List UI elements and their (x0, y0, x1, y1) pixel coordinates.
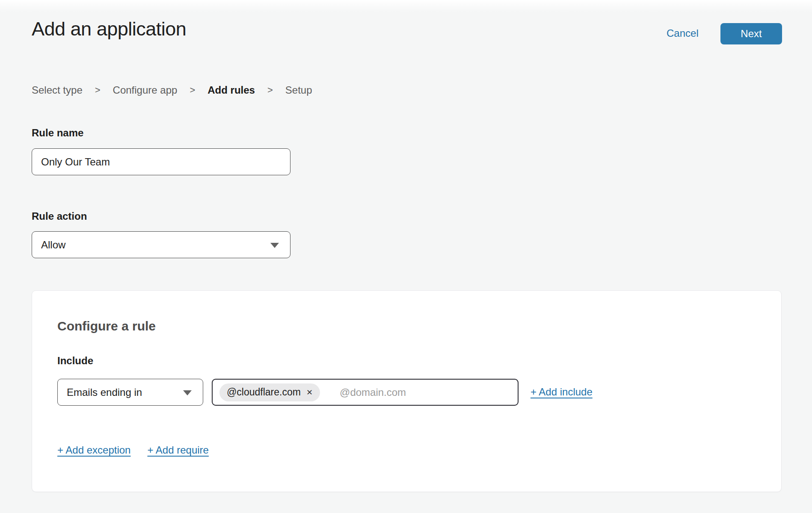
email-domain-tag: @cloudflare.com ✕ (219, 383, 320, 401)
breadcrumb-step-setup[interactable]: Setup (285, 84, 312, 96)
caret-down-icon (270, 243, 279, 248)
cancel-button[interactable]: Cancel (667, 27, 699, 39)
add-exception-link[interactable]: + Add exception (57, 444, 130, 456)
email-domain-tag-label: @cloudflare.com (227, 386, 301, 398)
breadcrumb-separator: > (267, 85, 273, 96)
breadcrumb-step-select-type[interactable]: Select type (32, 84, 83, 96)
top-strip (0, 0, 812, 12)
breadcrumb-step-configure-app[interactable]: Configure app (113, 84, 178, 96)
add-require-link[interactable]: + Add require (147, 444, 208, 456)
configure-rule-card: Configure a rule Include Emails ending i… (32, 290, 782, 492)
breadcrumb: Select type > Configure app > Add rules … (32, 84, 312, 96)
rule-name-label: Rule name (32, 127, 83, 139)
rule-card-bottom-links: + Add exception + Add require (57, 444, 209, 456)
include-selector-value: Emails ending in (67, 386, 142, 398)
remove-tag-icon[interactable]: ✕ (306, 389, 313, 396)
include-selector-select[interactable]: Emails ending in (57, 379, 203, 406)
rule-name-input[interactable] (32, 148, 290, 175)
caret-down-icon (183, 390, 192, 395)
rule-action-selected-value: Allow (41, 239, 65, 251)
next-button[interactable]: Next (720, 23, 782, 44)
page-title: Add an application (32, 18, 186, 40)
add-include-link[interactable]: + Add include (530, 386, 593, 398)
include-value-tag-input[interactable]: @cloudflare.com ✕ (212, 379, 519, 406)
include-label: Include (57, 355, 93, 367)
rule-action-label: Rule action (32, 210, 87, 222)
breadcrumb-separator: > (95, 85, 101, 96)
breadcrumb-separator: > (190, 85, 195, 96)
rule-card-title: Configure a rule (57, 319, 156, 333)
rule-action-select[interactable]: Allow (32, 231, 290, 258)
email-domain-entry-input[interactable] (340, 386, 511, 398)
breadcrumb-step-add-rules[interactable]: Add rules (207, 84, 255, 96)
